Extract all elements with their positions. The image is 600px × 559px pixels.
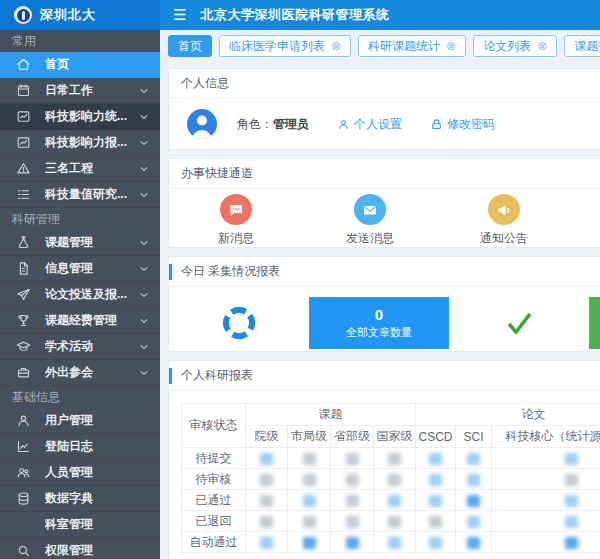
home-icon: [16, 57, 31, 72]
blurred-value: [260, 453, 273, 465]
sidebar-item-topic-funding[interactable]: 课题经费管理: [0, 308, 160, 334]
quick-item-send-message[interactable]: 发送消息: [303, 194, 437, 247]
sidebar-item-tech-impact-stats[interactable]: 科技影响力统...: [0, 104, 160, 130]
blurred-value: [303, 453, 316, 465]
sidebar-item-label: 用户管理: [45, 412, 150, 429]
quick-item-notice[interactable]: 通知公告: [437, 194, 571, 247]
chevron-down-icon: [138, 137, 150, 149]
tab-topic-fee-report[interactable]: 课题费用报表⊗: [564, 35, 600, 57]
chevron-down-icon: [138, 367, 150, 379]
personal-settings-link[interactable]: 个人设置: [337, 116, 402, 133]
sidebar-item-out-meeting[interactable]: 外出参会: [0, 360, 160, 386]
report-cell: [456, 511, 492, 532]
tab-label: 首页: [178, 38, 202, 55]
sidebar-item-user-management[interactable]: 用户管理: [0, 408, 160, 434]
blurred-value: [346, 537, 359, 549]
table-row-pending-review: 待审核: [182, 469, 600, 490]
research-report-card: 个人科研报表 审核状态课题论文院级市局级省部级国家级CSCDSCI科技核心（统计…: [168, 360, 600, 559]
tab-paper-list[interactable]: 论文列表⊗: [473, 35, 557, 57]
personal-settings-label: 个人设置: [354, 116, 402, 133]
sidebar-item-label: 三名工程: [45, 160, 138, 177]
calendar-icon: [16, 83, 31, 98]
mail-icon: [361, 201, 379, 219]
col-header: 省部级: [331, 426, 374, 448]
report-cell: [246, 511, 288, 532]
sidebar-item-data-dictionary[interactable]: 数据字典: [0, 486, 160, 512]
tab-home[interactable]: 首页: [168, 35, 212, 57]
sidebar-item-three-fame-project[interactable]: 三名工程: [0, 156, 160, 182]
blurred-value: [565, 537, 578, 549]
blurred-value: [346, 474, 359, 486]
change-password-link[interactable]: 修改密码: [430, 116, 495, 133]
sidebar-item-daily-work[interactable]: 日常工作: [0, 78, 160, 104]
tab-close-icon[interactable]: ⊗: [537, 40, 547, 52]
top-bar-main: ☰ 北京大学深圳医院科研管理系统: [160, 0, 600, 30]
collection-report-title: 今日 采集情况报表: [169, 257, 600, 287]
sidebar-item-login-log[interactable]: 登陆日志: [0, 434, 160, 460]
user-icon: [16, 413, 31, 428]
table-row-pending-submit: 待提交: [182, 448, 600, 469]
tab-label: 论文列表: [483, 38, 531, 55]
tab-research-topic-stats[interactable]: 科研课题统计⊗: [358, 35, 466, 57]
report-cell: [492, 469, 600, 490]
report-cell: [456, 532, 492, 553]
table-row-approved: 已通过: [182, 490, 600, 511]
sidebar-item-department-management[interactable]: 科室管理: [0, 512, 160, 538]
blurred-value: [303, 537, 316, 549]
blurred-value: [429, 516, 442, 528]
change-password-label: 修改密码: [447, 116, 495, 133]
article-count-value: 0: [375, 306, 383, 323]
loading-ring-segment: [169, 297, 309, 349]
blurred-value: [388, 453, 401, 465]
report-cell: [456, 469, 492, 490]
sidebar-item-tech-value-research[interactable]: 科技量值研究...: [0, 182, 160, 208]
flask-icon: [16, 235, 31, 250]
col-header: 科技核心（统计源）期刊: [492, 426, 600, 448]
sidebar-item-home[interactable]: 首页: [0, 52, 160, 78]
blurred-value: [467, 516, 480, 528]
sidebar-item-label: 课题经费管理: [45, 312, 138, 329]
col-header: 院级: [246, 426, 288, 448]
sidebar-item-academic-activity[interactable]: 学术活动: [0, 334, 160, 360]
row-label: 已通过: [182, 490, 246, 511]
megaphone-circle: [488, 194, 520, 225]
blurred-value: [467, 474, 480, 486]
profile-card: 个人信息 角色：管理员 个人设置 修改密码: [168, 68, 600, 150]
quick-channel-card: 办事快捷通道 新消息发送消息通知公告: [168, 158, 600, 248]
quick-item-new-message[interactable]: 新消息: [169, 194, 303, 247]
report-cell: [246, 469, 288, 490]
sidebar-item-personnel-management[interactable]: 人员管理: [0, 460, 160, 486]
list-icon: [16, 187, 31, 202]
chevron-down-icon: [138, 163, 150, 175]
report-cell: [374, 532, 416, 553]
app-title: 北京大学深圳医院科研管理系统: [200, 6, 389, 24]
app-window: 深圳北大 ☰ 北京大学深圳医院科研管理系统 常用首页日常工作科技影响力统...科…: [0, 0, 600, 559]
chevron-down-icon: [138, 111, 150, 123]
blurred-value: [346, 453, 359, 465]
table-row-returned: 已退回: [182, 511, 600, 532]
collection-report-card: 今日 采集情况报表 0 全部文章数量: [168, 256, 600, 352]
report-cell: [374, 511, 416, 532]
blurred-value: [260, 495, 273, 507]
sidebar-item-label: 科技量值研究...: [45, 186, 138, 203]
tab-close-icon[interactable]: ⊗: [331, 40, 341, 52]
sidebar-item-tech-impact-report[interactable]: 科技影响力报...: [0, 130, 160, 156]
blurred-value: [388, 537, 401, 549]
sidebar-item-label: 论文投送及报...: [45, 286, 138, 303]
content: 个人信息 角色：管理员 个人设置 修改密码: [160, 62, 600, 559]
report-cell: [492, 490, 600, 511]
sidebar-item-permission-management[interactable]: 权限管理: [0, 538, 160, 559]
sidebar-item-label: 登陆日志: [45, 438, 150, 455]
sidebar-item-paper-submission[interactable]: 论文投送及报...: [0, 282, 160, 308]
article-count-label: 全部文章数量: [346, 325, 412, 340]
tab-clinical-medicine-apply-list[interactable]: 临床医学申请列表⊗: [219, 35, 351, 57]
chevron-down-icon: [138, 315, 150, 327]
row-label: 待审核: [182, 469, 246, 490]
menu-toggle-icon[interactable]: ☰: [173, 6, 186, 24]
report-cell: [374, 448, 416, 469]
tab-close-icon[interactable]: ⊗: [446, 40, 456, 52]
report-cell: [331, 469, 374, 490]
blurred-value: [429, 474, 442, 486]
sidebar-item-topic-management[interactable]: 课题管理: [0, 230, 160, 256]
sidebar-item-info-management[interactable]: 信息管理: [0, 256, 160, 282]
